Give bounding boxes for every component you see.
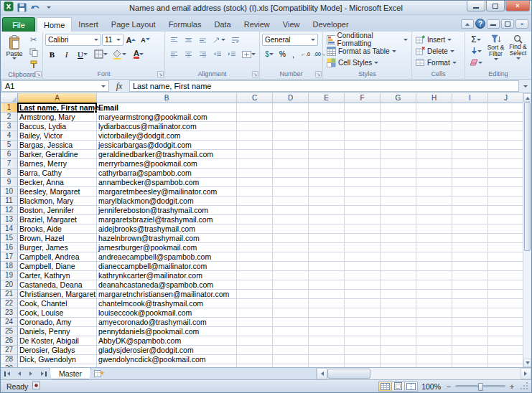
cell-I28[interactable] (452, 355, 488, 364)
row-header-6[interactable]: 6 (1, 150, 18, 159)
font-size-combo[interactable]: 11 (102, 34, 123, 46)
cell-C17[interactable] (237, 252, 273, 262)
cell-F19[interactable] (345, 271, 381, 280)
cell-B26[interactable]: AbbyDK@spambob.com (97, 336, 237, 346)
qat-customize-button[interactable] (43, 2, 55, 14)
cell-A16[interactable]: Burger, James (18, 243, 97, 252)
row-header-5[interactable]: 5 (1, 141, 18, 150)
tab-formulas[interactable]: Formulas (162, 17, 208, 32)
alignment-dialog-launcher[interactable]: ↘ (252, 71, 258, 77)
cell-I12[interactable] (452, 206, 488, 215)
cell-C5[interactable] (237, 141, 273, 150)
cell-E25[interactable] (309, 327, 345, 336)
cell-J5[interactable] (488, 141, 523, 150)
cell-H25[interactable] (416, 327, 452, 336)
borders-button[interactable] (92, 48, 109, 60)
cell-I20[interactable] (452, 280, 488, 290)
insert-cells-button[interactable]: Insert (414, 34, 453, 45)
cell-I22[interactable] (452, 299, 488, 308)
column-header-A[interactable]: A (18, 93, 97, 103)
cell-B3[interactable]: lydiarbaccus@mailinator.com (97, 122, 237, 131)
tab-data[interactable]: Data (207, 17, 237, 32)
cell-E22[interactable] (309, 299, 345, 308)
cell-D8[interactable] (273, 169, 309, 178)
conditional-formatting-button[interactable]: Conditional Formatting (325, 34, 409, 45)
cell-G4[interactable] (381, 131, 416, 141)
cell-J3[interactable] (488, 122, 523, 131)
cell-A8[interactable]: Barra, Cathy (18, 169, 97, 178)
cell-G28[interactable] (381, 355, 416, 364)
cell-H6[interactable] (416, 150, 452, 159)
maximize-button[interactable] (486, 1, 505, 11)
cell-I21[interactable] (452, 290, 488, 299)
cell-A23[interactable]: Cook, Louise (18, 308, 97, 318)
cell-E11[interactable] (309, 196, 345, 206)
cell-G23[interactable] (381, 308, 416, 318)
cell-I18[interactable] (452, 262, 488, 271)
cell-G3[interactable] (381, 122, 416, 131)
cell-H13[interactable] (416, 215, 452, 224)
cell-H10[interactable] (416, 187, 452, 196)
cell-C4[interactable] (237, 131, 273, 141)
cell-B9[interactable]: annambecker@spambob.com (97, 178, 237, 187)
cell-G15[interactable] (381, 234, 416, 243)
cell-I16[interactable] (452, 243, 488, 252)
cell-G8[interactable] (381, 169, 416, 178)
cell-B21[interactable]: margaretnchristiansen@mailinator.com (97, 290, 237, 299)
row-header-28[interactable]: 28 (1, 355, 18, 364)
row-header-23[interactable]: 23 (1, 308, 18, 318)
cell-H24[interactable] (416, 318, 452, 327)
cell-E13[interactable] (309, 215, 345, 224)
zoom-level[interactable]: 100% (421, 382, 441, 391)
cell-G6[interactable] (381, 150, 416, 159)
close-button[interactable]: × (505, 1, 530, 11)
cell-E6[interactable] (309, 150, 345, 159)
cell-F11[interactable] (345, 196, 381, 206)
format-as-table-button[interactable]: Format as Table (325, 45, 398, 57)
row-header-14[interactable]: 14 (1, 224, 18, 234)
cell-I6[interactable] (452, 150, 488, 159)
cell-D15[interactable] (273, 234, 309, 243)
tab-page-layout[interactable]: Page Layout (105, 17, 162, 32)
cell-A25[interactable]: Daniels, Penny (18, 327, 97, 336)
align-center-button[interactable] (182, 48, 195, 60)
cell-I25[interactable] (452, 327, 488, 336)
last-sheet-button[interactable] (37, 368, 50, 379)
align-top-button[interactable] (167, 34, 181, 46)
cell-F24[interactable] (345, 318, 381, 327)
cell-H3[interactable] (416, 122, 452, 131)
cell-B7[interactable]: merryrbarnes@pookmail.com (97, 159, 237, 169)
cell-C22[interactable] (237, 299, 273, 308)
cell-H15[interactable] (416, 234, 452, 243)
decrease-indent-button[interactable] (210, 48, 224, 60)
cell-J21[interactable] (488, 290, 523, 299)
cell-A14[interactable]: Brooks, Aide (18, 224, 97, 234)
cell-A27[interactable]: Derosier, Gladys (18, 346, 97, 355)
find-select-button[interactable]: Find & Select (507, 34, 529, 62)
cell-B10[interactable]: margaretmbeesley@mailinator.com (97, 187, 237, 196)
cell-A6[interactable]: Barker, Geraldine (18, 150, 97, 159)
cell-J7[interactable] (488, 159, 523, 169)
cell-I7[interactable] (452, 159, 488, 169)
align-right-button[interactable] (196, 48, 210, 60)
cell-E9[interactable] (309, 178, 345, 187)
cell-F18[interactable] (345, 262, 381, 271)
cell-A9[interactable]: Becker, Anna (18, 178, 97, 187)
cell-J11[interactable] (488, 196, 523, 206)
cell-E8[interactable] (309, 169, 345, 178)
cell-B18[interactable]: dianeccampbell@mailinator.com (97, 262, 237, 271)
cell-E2[interactable] (309, 113, 345, 122)
cell-G11[interactable] (381, 196, 416, 206)
paste-button[interactable]: Paste (4, 34, 25, 62)
cell-C20[interactable] (237, 280, 273, 290)
row-header-25[interactable]: 25 (1, 327, 18, 336)
column-header-I[interactable]: I (452, 93, 488, 103)
cell-B24[interactable]: amyecoronado@trashymail.com (97, 318, 237, 327)
clipboard-dialog-launcher[interactable]: ↘ (35, 71, 42, 77)
cell-A20[interactable]: Castaneda, Deana (18, 280, 97, 290)
cell-D10[interactable] (273, 187, 309, 196)
number-format-combo[interactable]: General (262, 34, 318, 46)
page-layout-view-button[interactable] (391, 382, 405, 392)
cell-F21[interactable] (345, 290, 381, 299)
column-header-B[interactable]: B (97, 93, 237, 103)
